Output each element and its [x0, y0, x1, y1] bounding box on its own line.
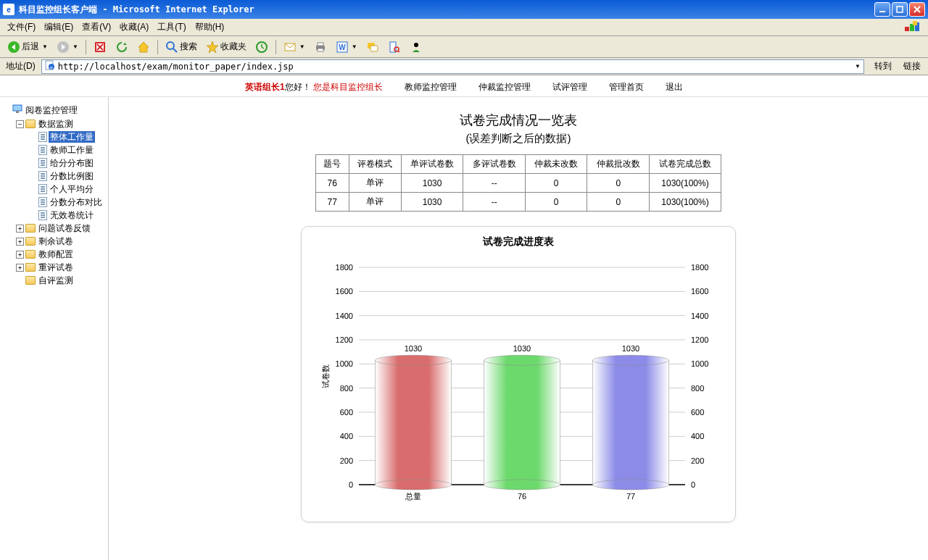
svg-text:1400: 1400	[691, 312, 708, 320]
mail-button[interactable]: ▼	[281, 38, 308, 56]
messenger-icon	[410, 41, 423, 54]
expand-icon[interactable]: +	[16, 225, 24, 233]
refresh-button[interactable]	[112, 38, 131, 56]
nav-teacher-monitor[interactable]: 教师监控管理	[405, 81, 457, 93]
minimize-button[interactable]	[874, 2, 890, 17]
svg-text:800: 800	[691, 384, 704, 393]
favorites-button[interactable]: 收藏夹	[203, 38, 249, 56]
tree-leaf[interactable]: 整体工作量	[29, 130, 105, 143]
home-button[interactable]	[134, 38, 153, 56]
tree-problem-feedback[interactable]: +问题试卷反馈	[16, 222, 105, 235]
svg-text:600: 600	[340, 408, 353, 417]
table-cell: 单评	[349, 193, 401, 212]
menu-file[interactable]: 文件(F)	[3, 20, 40, 35]
nav-arbitration-monitor[interactable]: 仲裁监控管理	[478, 81, 531, 93]
svg-text:0: 0	[349, 480, 353, 489]
favorites-label: 收藏夹	[220, 41, 246, 53]
tree-leaf-label: 分数分布对比	[49, 196, 104, 208]
nav-trial-manage[interactable]: 试评管理	[552, 81, 587, 93]
svg-rect-4	[905, 27, 909, 31]
address-box[interactable]: e ▼	[41, 59, 864, 74]
dropdown-icon[interactable]: ▼	[855, 63, 861, 70]
tree-leaf[interactable]: 分数分布对比	[29, 196, 105, 209]
tree-root[interactable]: 阅卷监控管理	[3, 103, 105, 117]
table-header: 评卷模式	[349, 155, 401, 174]
research-icon	[388, 41, 401, 54]
greeting-hello: 您好！	[285, 82, 311, 92]
menu-favorites[interactable]: 收藏(A)	[115, 20, 153, 35]
forward-button[interactable]: ▼	[54, 38, 81, 56]
tree-leaf[interactable]: 个人平均分	[29, 183, 105, 196]
svg-point-70	[376, 480, 452, 490]
folder-icon	[25, 237, 36, 246]
svg-rect-73	[484, 360, 560, 485]
tree-leaf[interactable]: 教师工作量	[29, 143, 105, 156]
expand-icon[interactable]: +	[16, 264, 24, 272]
home-icon	[137, 41, 150, 54]
table-header: 题号	[316, 155, 349, 174]
sidebar: 阅卷监控管理 − 数据监测 整体工作量教师工作量给分分布图分数比例图个人平均分分…	[0, 97, 109, 560]
folder-icon	[25, 120, 36, 128]
history-button[interactable]	[252, 38, 271, 56]
menu-help[interactable]: 帮助(H)	[191, 20, 229, 35]
tree-leaf-label: 整体工作量	[49, 131, 95, 143]
svg-text:76: 76	[518, 492, 526, 501]
discuss-button[interactable]	[363, 38, 382, 56]
edit-button[interactable]: W▼	[333, 38, 360, 56]
svg-text:1600: 1600	[691, 287, 708, 296]
menu-view[interactable]: 查看(V)	[78, 20, 115, 35]
svg-rect-21	[318, 49, 323, 51]
tree-root-label: 阅卷监控管理	[24, 104, 79, 116]
menu-tools[interactable]: 工具(T)	[153, 20, 190, 35]
stop-button[interactable]	[91, 38, 109, 56]
page-content: 英语组长1您好！ 您是科目监控组长 教师监控管理 仲裁监控管理 试评管理 管理首…	[0, 78, 928, 560]
research-button[interactable]	[385, 38, 404, 56]
go-button[interactable]: 转到	[867, 59, 896, 74]
maximize-button[interactable]	[892, 2, 908, 17]
back-button[interactable]: 后退 ▼	[4, 38, 51, 56]
links-label[interactable]: 链接	[899, 60, 925, 72]
table-cell: 0	[525, 174, 587, 193]
tree-leaf[interactable]: 无效卷统计	[29, 209, 105, 222]
dropdown-icon: ▼	[299, 43, 305, 50]
tree-leaf[interactable]: 分数比例图	[29, 170, 105, 183]
svg-text:1200: 1200	[691, 335, 708, 344]
tree-leaf[interactable]: 给分分布图	[29, 156, 105, 170]
table-header: 仲裁批改数	[587, 155, 650, 174]
svg-text:600: 600	[691, 408, 704, 417]
tree-label: 教师配置	[37, 248, 75, 260]
table-cell: 77	[316, 193, 349, 212]
address-input[interactable]	[58, 62, 850, 72]
expand-icon[interactable]: +	[16, 251, 24, 259]
tree-leaf-label: 个人平均分	[49, 183, 95, 195]
table-cell: 0	[525, 193, 587, 212]
page-icon	[38, 197, 47, 207]
svg-text:1030: 1030	[622, 344, 639, 353]
close-button[interactable]	[909, 2, 925, 17]
folder-icon	[25, 276, 36, 285]
nav-admin-home[interactable]: 管理首页	[609, 81, 644, 93]
svg-point-74	[484, 355, 560, 365]
page-icon	[38, 158, 47, 168]
tree-remaining[interactable]: +剩余试卷	[16, 235, 105, 248]
table-cell: 1030(100%)	[650, 174, 721, 193]
back-icon	[7, 41, 20, 54]
expand-icon[interactable]: +	[16, 238, 24, 246]
messenger-button[interactable]	[407, 38, 426, 56]
nav-logout[interactable]: 退出	[666, 81, 683, 93]
print-button[interactable]	[311, 38, 330, 56]
folder-icon	[25, 224, 36, 233]
tree-teacher-config[interactable]: +教师配置	[16, 248, 105, 261]
tree-label: 问题试卷反馈	[37, 222, 92, 234]
svg-text:1000: 1000	[336, 359, 353, 368]
tree-self-monitor[interactable]: 自评监测	[16, 274, 105, 287]
collapse-icon[interactable]: −	[16, 120, 24, 128]
print-icon	[314, 41, 327, 54]
tree-label: 重评试卷	[37, 262, 75, 273]
tree-regrade[interactable]: +重评试卷	[16, 261, 105, 274]
tree-leaf-label: 分数比例图	[49, 170, 95, 182]
menu-edit[interactable]: 编辑(E)	[40, 20, 78, 35]
search-button[interactable]: 搜索	[162, 38, 200, 56]
page-icon	[38, 171, 47, 181]
tree-data-monitor[interactable]: − 数据监测	[16, 117, 105, 130]
